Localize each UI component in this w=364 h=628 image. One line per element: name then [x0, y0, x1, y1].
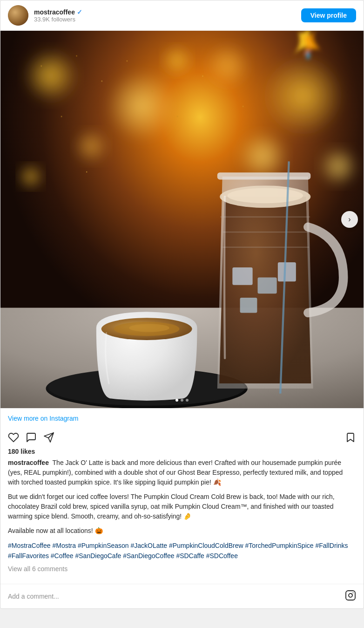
view-profile-button[interactable]: View profile: [301, 8, 356, 22]
svg-point-8: [318, 146, 359, 187]
actions-left-group: [8, 432, 54, 443]
caption-username[interactable]: mostracoffee: [8, 459, 49, 466]
dot-3: [186, 399, 189, 402]
svg-point-3: [205, 43, 250, 89]
instagram-icon[interactable]: [345, 590, 356, 603]
dot-1: [175, 399, 178, 402]
comment-input[interactable]: [8, 593, 345, 600]
actions-bar: [0, 427, 364, 446]
view-more-section: View more on Instagram: [0, 408, 364, 427]
verified-icon: ✓: [77, 8, 82, 16]
svg-rect-37: [346, 591, 355, 600]
caption-paragraph-1: The Jack O' Latte is back and more delic…: [8, 459, 343, 486]
post-image-container: ›: [0, 31, 364, 408]
post-caption: mostracoffee The Jack O' Latte is back a…: [8, 458, 356, 487]
svg-rect-28: [258, 278, 277, 294]
view-comments-link[interactable]: View all 6 comments: [8, 565, 356, 573]
caption-paragraph-2: But we didn't forget our iced coffee lov…: [8, 492, 356, 521]
svg-point-26: [129, 324, 169, 332]
post-content: 180 likes mostracoffee The Jack O' Latte…: [0, 446, 364, 584]
slide-dots: [175, 399, 189, 402]
account-info-group: mostracoffee ✓ 33.9K followers: [8, 5, 82, 26]
comment-icon[interactable]: [26, 432, 37, 443]
post-image: [0, 31, 364, 408]
svg-point-6: [74, 129, 109, 164]
heart-svg: [8, 432, 19, 443]
heart-icon[interactable]: [8, 432, 19, 443]
username: mostracoffee: [34, 8, 75, 16]
svg-point-7: [162, 45, 192, 75]
next-icon: ›: [348, 215, 351, 224]
account-details: mostracoffee ✓ 33.9K followers: [34, 8, 82, 23]
svg-point-32: [228, 188, 303, 204]
instagram-embed-card: mostracoffee ✓ 33.9K followers View prof…: [0, 0, 364, 609]
avatar[interactable]: [8, 5, 28, 26]
caption-paragraph-3: Available now at all locations! 🎃: [8, 526, 356, 536]
bookmark-icon[interactable]: [345, 432, 356, 443]
bookmark-svg: [345, 432, 356, 443]
svg-point-4: [263, 55, 343, 136]
svg-rect-29: [278, 262, 296, 281]
post-header: mostracoffee ✓ 33.9K followers View prof…: [0, 0, 364, 31]
comment-svg: [26, 432, 37, 443]
followers-count: 33.9K followers: [34, 16, 82, 23]
svg-point-9: [18, 164, 43, 189]
svg-rect-30: [240, 298, 257, 313]
instagram-svg: [345, 590, 356, 601]
share-svg: [43, 432, 54, 443]
dot-2: [181, 399, 183, 402]
share-icon[interactable]: [43, 432, 54, 443]
svg-rect-33: [217, 172, 310, 179]
comment-section: [0, 584, 364, 608]
svg-point-2: [107, 70, 177, 141]
account-name-row: mostracoffee ✓: [34, 8, 82, 16]
next-slide-button[interactable]: ›: [341, 211, 358, 228]
svg-rect-27: [232, 267, 252, 285]
hashtags[interactable]: #MostraCoffee #Mostra #PumpkinSeason #Ja…: [8, 540, 356, 561]
view-more-instagram-link[interactable]: View more on Instagram: [8, 415, 78, 422]
svg-point-1: [23, 48, 79, 103]
likes-count: 180 likes: [8, 448, 356, 455]
